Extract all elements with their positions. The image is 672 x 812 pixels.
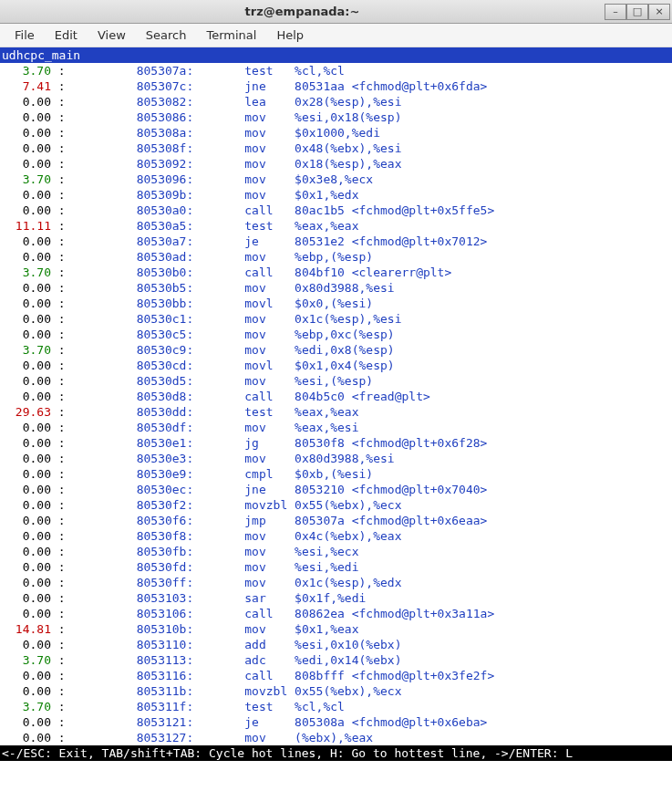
- percent: 0.00: [2, 497, 51, 513]
- address: 80530fd:: [137, 560, 194, 574]
- operands: %ebp,(%esp): [295, 250, 373, 264]
- percent: 0.00: [2, 109, 51, 125]
- asm-line[interactable]: 0.00 :80530fb:mov %esi,%ecx: [0, 544, 672, 559]
- colon: :: [51, 731, 66, 744]
- percent: 0.00: [2, 187, 51, 203]
- minimize-button[interactable]: –: [605, 4, 626, 20]
- menu-search[interactable]: Search: [137, 26, 196, 45]
- mnemonic: mov: [244, 281, 265, 295]
- asm-line[interactable]: 3.70 :80530c9:mov %edi,0x8(%esp): [0, 342, 672, 358]
- asm-line[interactable]: 0.00 :80530ec:jne 8053210 <fchmod@plt+0x…: [0, 482, 672, 497]
- asm-line[interactable]: 11.11 :80530a5:test %eax,%eax: [0, 218, 672, 234]
- address: 80530c9:: [137, 343, 194, 357]
- operands: %esi,%ecx: [295, 545, 358, 558]
- asm-line[interactable]: 0.00 :8053082:lea 0x28(%esp),%esi: [0, 94, 672, 109]
- close-button[interactable]: ×: [648, 4, 670, 20]
- address: 80530ec:: [137, 483, 194, 496]
- asm-line[interactable]: 3.70 :805307a:test %cl,%cl: [0, 63, 672, 78]
- window-title: trz@empanada:~: [0, 5, 605, 18]
- address: 8053121:: [137, 715, 194, 729]
- asm-line[interactable]: 0.00 :8053116:call 808bfff <fchmod@plt+0…: [0, 668, 672, 683]
- menu-help[interactable]: Help: [267, 26, 313, 45]
- asm-line[interactable]: 0.00 :80530bb:movl $0x0,(%esi): [0, 296, 672, 311]
- colon: :: [51, 545, 66, 558]
- asm-line[interactable]: 29.63 :80530dd:test %eax,%eax: [0, 404, 672, 420]
- menu-edit[interactable]: Edit: [46, 26, 87, 45]
- asm-line[interactable]: 14.81 :805310b:mov $0x1,%eax: [0, 621, 672, 637]
- colon: :: [51, 669, 66, 682]
- asm-line[interactable]: 0.00 :80530d8:call 804b5c0 <fread@plt>: [0, 389, 672, 404]
- operands: %cl,%cl: [295, 700, 345, 713]
- asm-line[interactable]: 0.00 :8053103:sar $0x1f,%edi: [0, 590, 672, 606]
- mnemonic: call: [244, 669, 273, 682]
- asm-line[interactable]: 0.00 :80530cd:movl $0x1,0x4(%esp): [0, 358, 672, 373]
- asm-line[interactable]: 0.00 :80530ff:mov 0x1c(%esp),%edx: [0, 575, 672, 590]
- address: 80530bb:: [137, 297, 194, 310]
- terminal-output[interactable]: udhcpc_main 3.70 :805307a:test %cl,%cl7.…: [0, 47, 672, 812]
- percent: 0.00: [2, 94, 51, 109]
- menubar: File Edit View Search Terminal Help: [0, 24, 672, 47]
- asm-line[interactable]: 0.00 :80530f6:jmp 805307a <fchmod@plt+0x…: [0, 513, 672, 528]
- asm-line[interactable]: 0.00 :8053110:add %esi,0x10(%ebx): [0, 637, 672, 652]
- menu-view[interactable]: View: [88, 26, 135, 45]
- asm-line[interactable]: 0.00 :80530fd:mov %esi,%edi: [0, 559, 672, 575]
- mnemonic: call: [244, 390, 273, 403]
- operands: 0x1c(%esp),%esi: [295, 312, 401, 326]
- asm-line[interactable]: 0.00 :805309b:mov $0x1,%edx: [0, 187, 672, 203]
- asm-line[interactable]: 3.70 :805311f:test %cl,%cl: [0, 699, 672, 714]
- asm-line[interactable]: 0.00 :80530e9:cmpl $0xb,(%esi): [0, 466, 672, 482]
- address: 805307a:: [137, 64, 194, 78]
- asm-line[interactable]: 0.00 :8053106:call 80862ea <fchmod@plt+0…: [0, 606, 672, 621]
- asm-line[interactable]: 0.00 :805308f:mov 0x48(%ebx),%esi: [0, 141, 672, 156]
- operands: 0x1c(%esp),%edx: [295, 576, 401, 589]
- asm-line[interactable]: 0.00 :80530e3:mov 0x80d3988,%esi: [0, 451, 672, 466]
- percent: 7.41: [2, 78, 51, 94]
- colon: :: [51, 529, 66, 543]
- asm-line[interactable]: 0.00 :805308a:mov $0x1000,%edi: [0, 125, 672, 141]
- address: 80530fb:: [137, 545, 194, 558]
- percent: 3.70: [2, 265, 51, 280]
- operands: $0x1,%edx: [295, 188, 358, 202]
- percent: 0.00: [2, 451, 51, 466]
- asm-line[interactable]: 0.00 :80530c5:mov %ebp,0xc(%esp): [0, 327, 672, 342]
- operands: %esi,0x18(%esp): [295, 110, 401, 124]
- asm-line[interactable]: 0.00 :80530e1:jg 80530f8 <fchmod@plt+0x6…: [0, 435, 672, 451]
- colon: :: [51, 110, 66, 124]
- address: 8053096:: [137, 172, 194, 186]
- mnemonic: mov: [244, 110, 265, 124]
- asm-line[interactable]: 0.00 :80530a0:call 80ac1b5 <fchmod@plt+0…: [0, 203, 672, 218]
- asm-line[interactable]: 0.00 :80530b5:mov 0x80d3988,%esi: [0, 280, 672, 296]
- operands: 80ac1b5 <fchmod@plt+0x5ffe5>: [295, 203, 494, 217]
- asm-line[interactable]: 3.70 :8053113:adc %edi,0x14(%ebx): [0, 652, 672, 668]
- asm-line[interactable]: 0.00 :80530f8:mov 0x4c(%ebx),%eax: [0, 528, 672, 544]
- colon: :: [51, 250, 66, 264]
- operands: %eax,%eax: [295, 405, 358, 419]
- menu-file[interactable]: File: [5, 26, 44, 45]
- address: 8053127:: [137, 731, 194, 744]
- asm-line[interactable]: 3.70 :8053096:mov $0x3e8,%ecx: [0, 172, 672, 187]
- asm-line[interactable]: 3.70 :80530b0:call 804bf10 <clearerr@plt…: [0, 265, 672, 280]
- asm-line[interactable]: 7.41 :805307c:jne 80531aa <fchmod@plt+0x…: [0, 78, 672, 94]
- asm-line[interactable]: 0.00 :80530d5:mov %esi,(%esp): [0, 373, 672, 389]
- asm-line[interactable]: 0.00 :80530df:mov %eax,%esi: [0, 420, 672, 435]
- operands: 0x28(%esp),%esi: [295, 95, 401, 109]
- address: 80530b0:: [137, 265, 194, 279]
- asm-line[interactable]: 0.00 :80530ad:mov %ebp,(%esp): [0, 249, 672, 265]
- mnemonic: movl: [244, 297, 273, 310]
- asm-line[interactable]: 0.00 :80530a7:je 80531e2 <fchmod@plt+0x7…: [0, 234, 672, 249]
- colon: :: [51, 219, 66, 233]
- asm-line[interactable]: 0.00 :80530f2:movzbl 0x55(%ebx),%ecx: [0, 497, 672, 513]
- address: 8053086:: [137, 110, 194, 124]
- asm-line[interactable]: 0.00 :8053092:mov 0x18(%esp),%eax: [0, 156, 672, 172]
- asm-line[interactable]: 0.00 :805311b:movzbl 0x55(%ebx),%ecx: [0, 683, 672, 699]
- asm-line[interactable]: 0.00 :80530c1:mov 0x1c(%esp),%esi: [0, 311, 672, 327]
- asm-line[interactable]: 0.00 :8053127:mov (%ebx),%eax: [0, 730, 672, 745]
- asm-line[interactable]: 0.00 :8053121:je 805308a <fchmod@plt+0x6…: [0, 714, 672, 730]
- operands: $0x3e8,%ecx: [295, 172, 373, 186]
- maximize-button[interactable]: □: [626, 4, 648, 20]
- mnemonic: mov: [244, 545, 265, 558]
- operands: %eax,%esi: [295, 421, 358, 434]
- asm-line[interactable]: 0.00 :8053086:mov %esi,0x18(%esp): [0, 109, 672, 125]
- menu-terminal[interactable]: Terminal: [197, 26, 265, 45]
- mnemonic: sar: [244, 591, 265, 605]
